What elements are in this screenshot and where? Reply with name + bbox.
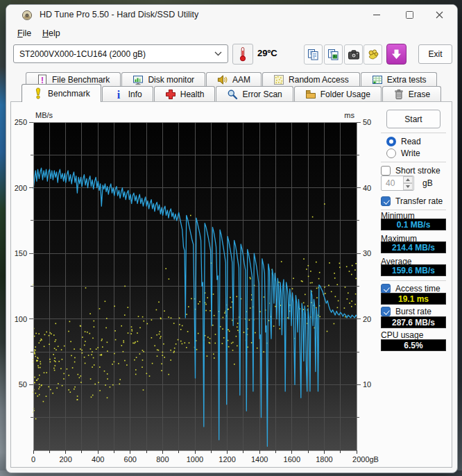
svg-text:0: 0 (31, 455, 35, 464)
tab-label: Random Access (289, 75, 349, 85)
transfer-rate-row[interactable]: Transfer rate (381, 196, 443, 206)
random-access-icon (273, 74, 284, 85)
tab-label: AAM (232, 75, 250, 85)
download-update-icon (391, 49, 402, 60)
health-icon (165, 89, 176, 100)
svg-text:1600: 1600 (284, 455, 300, 464)
burst-rate-label: Burst rate (395, 307, 431, 316)
maximize-button[interactable] (399, 7, 420, 22)
burst-rate-value: 287.6 MB/s (381, 316, 446, 328)
svg-text:20: 20 (363, 315, 371, 323)
stepper-down-button[interactable] (403, 183, 413, 190)
maximum-value: 214.4 MB/s (381, 241, 446, 253)
drive-select-combobox[interactable]: ST2000VX000-1CU164 (2000 gB) (13, 44, 228, 63)
tab-erase[interactable]: Erase (382, 86, 441, 102)
tab-label: Info (128, 90, 142, 99)
tab-folder-usage[interactable]: Folder Usage (294, 86, 382, 102)
folder-usage-icon (305, 89, 316, 100)
donate-button[interactable] (363, 44, 382, 65)
write-radio-label: Write (401, 148, 420, 158)
hd-tune-window: HD Tune Pro 5.50 - Hard Disk/SSD Utility… (6, 4, 458, 473)
stepper-up-button[interactable] (403, 176, 413, 183)
thermometer-icon (237, 46, 248, 62)
tab-label: Benchmark (48, 89, 90, 99)
tab-label: Folder Usage (320, 90, 370, 99)
minimum-value: 0.1 MB/s (381, 219, 446, 230)
exit-button[interactable]: Exit (418, 44, 452, 64)
svg-text:600: 600 (124, 455, 137, 464)
cpu-usage-value: 6.5% (381, 339, 446, 351)
tab-info[interactable]: iInfo (102, 86, 153, 102)
arrow-up-icon (406, 178, 410, 181)
screenshot-button[interactable] (344, 44, 363, 65)
read-radio-row[interactable]: Read (386, 137, 421, 146)
svg-text:800: 800 (156, 455, 169, 464)
tab-benchmark[interactable]: Benchmark (22, 84, 101, 102)
close-icon (436, 11, 443, 19)
menu-item-help[interactable]: Help (39, 27, 64, 40)
maximize-icon (406, 11, 413, 19)
copy-screenshot-button[interactable] (324, 44, 343, 65)
copy-icon (307, 49, 319, 61)
start-button[interactable]: Start (386, 110, 440, 128)
svg-text:50: 50 (363, 118, 371, 126)
short-stroke-row[interactable]: Short stroke (381, 166, 440, 176)
tab-label: Error Scan (242, 90, 282, 99)
tab-aam[interactable]: AAM (206, 72, 262, 87)
average-value: 159.6 MB/s (381, 264, 446, 276)
tab-label: Erase (409, 90, 430, 99)
arrow-down-icon (406, 185, 410, 188)
aam-icon (217, 74, 228, 85)
svg-text:40: 40 (363, 184, 371, 192)
svg-text:MB/s: MB/s (35, 111, 53, 119)
tab-extra-tests[interactable]: Extra tests (361, 72, 438, 87)
error-scan-icon (227, 89, 238, 100)
start-button-label: Start (404, 114, 422, 124)
svg-text:1200: 1200 (219, 455, 235, 464)
close-button[interactable] (429, 7, 450, 22)
separator (381, 210, 446, 210)
write-radio-row[interactable]: Write (386, 148, 420, 158)
burst-rate-row[interactable]: Burst rate (381, 307, 431, 316)
donate-icon (367, 49, 379, 60)
transfer-rate-checkbox[interactable] (381, 196, 391, 206)
minimize-icon (373, 15, 380, 15)
tab-row-bottom: BenchmarkiInfoHealthError ScanFolder Usa… (22, 86, 442, 102)
update-download-button[interactable] (386, 44, 407, 65)
drive-select-value: ST2000VX000-1CU164 (2000 gB) (19, 49, 214, 59)
svg-text:200: 200 (59, 455, 71, 464)
camera-icon (348, 49, 360, 60)
access-time-row[interactable]: Access time (381, 284, 440, 294)
read-radio[interactable] (386, 137, 396, 146)
svg-text:2000gB: 2000gB (352, 455, 379, 464)
write-radio[interactable] (386, 148, 396, 158)
menu-item-file[interactable]: File (14, 27, 35, 40)
copy-image-icon (327, 49, 339, 61)
svg-text:50: 50 (19, 380, 27, 389)
svg-text:1800: 1800 (316, 455, 332, 464)
title-bar[interactable]: HD Tune Pro 5.50 - Hard Disk/SSD Utility (6, 5, 457, 26)
minimize-button[interactable] (366, 7, 387, 22)
tab-disk-monitor[interactable]: Disk monitor (121, 72, 205, 87)
extra-tests-icon (372, 74, 383, 85)
access-time-checkbox[interactable] (381, 284, 391, 294)
svg-text:i: i (117, 89, 120, 100)
copy-button[interactable] (304, 44, 323, 65)
tab-health[interactable]: Health (154, 86, 216, 102)
svg-text:10: 10 (363, 380, 371, 389)
tab-label: Health (180, 90, 205, 99)
temperature-button[interactable] (232, 44, 253, 65)
short-stroke-label: Short stroke (395, 166, 440, 176)
access-time-label: Access time (395, 284, 440, 294)
short-stroke-size-value: 40 (386, 178, 395, 188)
tab-random-access[interactable]: Random Access (262, 72, 360, 87)
burst-rate-checkbox[interactable] (381, 307, 391, 316)
short-stroke-size-stepper[interactable] (403, 176, 413, 190)
transfer-rate-label: Transfer rate (395, 196, 443, 206)
tab-error-scan[interactable]: Error Scan (216, 86, 293, 102)
svg-text:100: 100 (15, 315, 27, 323)
cpu-usage-label: CPU usage (381, 330, 423, 340)
benchmark-icon (33, 88, 44, 99)
svg-text:1000: 1000 (187, 455, 203, 464)
short-stroke-checkbox[interactable] (381, 166, 391, 176)
